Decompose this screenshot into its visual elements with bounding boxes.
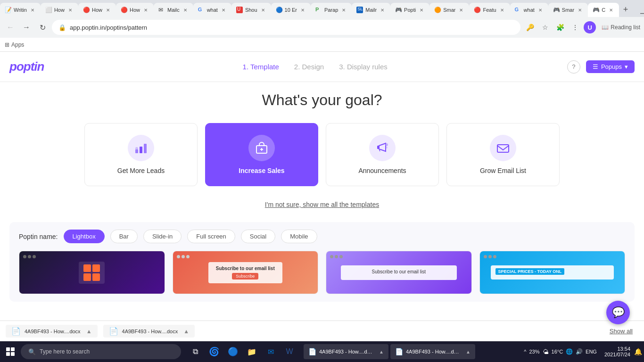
- tab-title: Smar: [443, 7, 455, 13]
- taskbar-search[interactable]: 🔍 Type here to search: [21, 344, 181, 359]
- task-view-button[interactable]: ⧉: [187, 343, 204, 360]
- tab-close[interactable]: ✕: [577, 7, 583, 13]
- tab-favicon: 🔴: [121, 7, 127, 13]
- popups-icon: ☰: [593, 63, 598, 70]
- extensions-icon[interactable]: 🔑: [523, 21, 537, 34]
- filter-chip-full-screen[interactable]: Full screen: [187, 230, 235, 243]
- show-all-button[interactable]: Show all: [604, 326, 638, 337]
- filter-chip-mobile[interactable]: Mobile: [281, 230, 317, 243]
- edge-browser-button[interactable]: 🌀: [206, 343, 223, 360]
- tab-mail[interactable]: ✉ Mailc ✕: [154, 3, 193, 17]
- popups-button[interactable]: ☰ Popups ▾: [586, 60, 635, 73]
- tab-google-what[interactable]: G what ✕: [193, 3, 231, 17]
- address-bar[interactable]: 🔒 app.poptin.in/poptins/pattern: [52, 20, 520, 35]
- wizard-step-design[interactable]: 2. Design: [294, 63, 324, 71]
- notification-icon[interactable]: 🔔: [634, 348, 642, 355]
- tab-close[interactable]: ✕: [608, 7, 614, 13]
- volume-icon: 🔊: [576, 348, 583, 355]
- goal-card-grow-email-list[interactable]: Grow Email List: [446, 123, 560, 186]
- tab-parap[interactable]: P Parap ✕: [311, 3, 352, 17]
- tab-close[interactable]: ✕: [499, 7, 505, 13]
- task-view-icon: ⧉: [193, 347, 198, 356]
- download-close-1[interactable]: ▲: [86, 328, 92, 335]
- extensions-puzzle-icon[interactable]: 🧩: [553, 21, 567, 34]
- tab-how-2[interactable]: 🔴 How ✕: [78, 3, 116, 17]
- tab-favicon: G: [198, 7, 205, 13]
- file-explorer-button[interactable]: 📁: [243, 343, 260, 360]
- tab-title: what: [524, 7, 535, 13]
- template-card-3[interactable]: Subscribe to our email list: [326, 251, 472, 294]
- wizard-step-display[interactable]: 3. Display rules: [339, 63, 388, 71]
- grow-email-list-icon: [496, 141, 510, 155]
- tab-close[interactable]: ✕: [379, 7, 386, 13]
- goal-card-announcements[interactable]: Announcements: [326, 123, 439, 186]
- template-card-1[interactable]: [19, 251, 165, 294]
- tab-close[interactable]: ✕: [299, 7, 306, 13]
- tab-close[interactable]: ✕: [182, 7, 189, 13]
- word-button[interactable]: W: [281, 343, 298, 360]
- filter-chip-bar[interactable]: Bar: [110, 230, 138, 243]
- tab-current[interactable]: 🎮 C ✕: [588, 3, 619, 17]
- chevron-icon[interactable]: ^: [524, 349, 526, 354]
- download-item-1[interactable]: 📄 4A9BF493 - How....docx ▲: [6, 325, 98, 337]
- chrome-button[interactable]: 🔵: [224, 343, 241, 360]
- filter-chip-slide-in[interactable]: Slide-in: [143, 230, 182, 243]
- language-label: ENG: [586, 349, 597, 354]
- goal-card-label: Announcements: [358, 167, 406, 174]
- taskbar-app-label-1: 4A9BF493 - How....docx: [319, 349, 374, 354]
- taskbar-app-2[interactable]: 📄 4A9BF493 - How....docx ▲: [390, 344, 475, 359]
- apps-button[interactable]: ⊞ Apps: [5, 41, 24, 48]
- taskbar-app-close-2[interactable]: ▲: [466, 349, 471, 354]
- tab-shou[interactable]: U Shou ✕: [231, 3, 271, 17]
- minimize-button[interactable]: ⎯: [636, 3, 644, 16]
- template-card-4[interactable]: SPECIAL PRICES - TODAY ONL: [479, 251, 626, 294]
- reload-button[interactable]: ↻: [36, 21, 49, 34]
- new-tab-button[interactable]: +: [619, 3, 632, 16]
- tab-close[interactable]: ✕: [340, 7, 347, 13]
- mail-icon: ✉: [268, 347, 274, 356]
- tab-close[interactable]: ✕: [105, 7, 111, 13]
- nav-icons: 🔑 ☆ 🧩 ⋮ U 📖 Reading list: [523, 21, 640, 34]
- mail-button[interactable]: ✉: [262, 343, 279, 360]
- forward-button[interactable]: →: [20, 21, 33, 34]
- bookmark-icon[interactable]: ☆: [538, 21, 552, 34]
- chat-button[interactable]: 💬: [606, 301, 630, 324]
- goal-card-get-more-leads[interactable]: Get More Leads: [84, 123, 198, 186]
- tab-10er[interactable]: 🔵 10 Er ✕: [271, 3, 311, 17]
- word-icon: W: [286, 347, 293, 356]
- tab-close[interactable]: ✕: [260, 7, 266, 13]
- tab-close[interactable]: ✕: [67, 7, 74, 13]
- taskbar-app-close-1[interactable]: ▲: [379, 349, 384, 354]
- tab-close[interactable]: ✕: [458, 7, 464, 13]
- show-all-templates-link[interactable]: I'm not sure, show me all the templates: [265, 201, 379, 208]
- tab-close[interactable]: ✕: [418, 7, 425, 13]
- taskbar-app-1[interactable]: 📄 4A9BF493 - How....docx ▲: [304, 344, 388, 359]
- goal-card-increase-sales[interactable]: Increase Sales: [205, 123, 318, 186]
- tab-mailr[interactable]: SLF Mailr ✕: [352, 3, 390, 17]
- download-item-2[interactable]: 📄 4A9BF493 - How....docx ▲: [103, 325, 195, 337]
- tab-how-3[interactable]: 🔴 How ✕: [116, 3, 154, 17]
- tab-close[interactable]: ✕: [220, 7, 227, 13]
- tab-smar-1[interactable]: 🟠 Smar ✕: [429, 3, 469, 17]
- start-button[interactable]: [2, 343, 19, 360]
- tab-close[interactable]: ✕: [29, 7, 36, 13]
- tab-google-2[interactable]: G what ✕: [510, 3, 548, 17]
- profile-button[interactable]: U: [584, 21, 596, 33]
- tab-close[interactable]: ✕: [142, 7, 149, 13]
- tab-close[interactable]: ✕: [537, 7, 544, 13]
- tab-smar-2[interactable]: 🎮 Smar ✕: [548, 3, 588, 17]
- filter-chip-social[interactable]: Social: [241, 230, 275, 243]
- tab-poptin[interactable]: 🎮 Popti ✕: [390, 3, 429, 17]
- back-button[interactable]: ←: [4, 21, 17, 34]
- tab-featu[interactable]: 🔴 Featu ✕: [469, 3, 510, 17]
- template-card-2[interactable]: Subscribe to our email list Subscribe: [173, 251, 319, 294]
- filter-chip-lightbox[interactable]: Lightbox: [64, 230, 105, 243]
- tab-how-1[interactable]: ⬜ How ✕: [41, 3, 78, 17]
- menu-icon[interactable]: ⋮: [569, 21, 582, 34]
- chrome-icon: 🔵: [228, 346, 238, 357]
- help-button[interactable]: ?: [567, 60, 580, 74]
- svg-marker-7: [379, 143, 386, 151]
- download-close-2[interactable]: ▲: [183, 328, 189, 335]
- tab-writing[interactable]: 📝 Writin ✕: [0, 3, 41, 17]
- wizard-step-template[interactable]: 1. Template: [243, 63, 279, 71]
